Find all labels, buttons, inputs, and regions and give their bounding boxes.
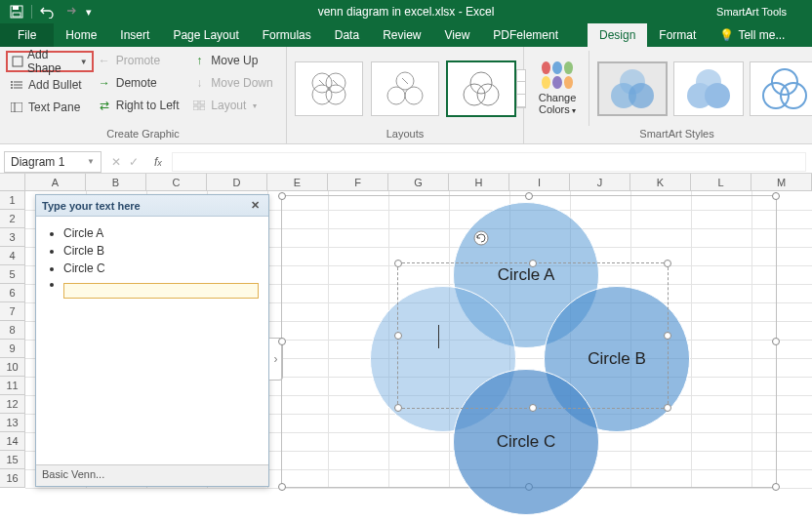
col-header[interactable]: I (509, 174, 570, 190)
col-header[interactable]: L (691, 174, 751, 190)
style-option-2[interactable] (673, 61, 744, 116)
tab-design[interactable]: Design (588, 23, 647, 47)
row-header[interactable]: 3 (0, 228, 25, 247)
col-header[interactable]: M (751, 174, 812, 190)
text-pane-label: Text Pane (28, 100, 80, 114)
row-header[interactable]: 9 (0, 340, 25, 358)
style-option-3[interactable] (750, 61, 812, 116)
col-header[interactable]: H (449, 174, 509, 190)
tab-formulas[interactable]: Formulas (251, 23, 323, 47)
resize-handle[interactable] (394, 260, 402, 267)
resize-handle[interactable] (772, 338, 780, 345)
tab-insert[interactable]: Insert (108, 23, 161, 47)
enter-icon[interactable]: ✓ (129, 155, 139, 169)
smartart-canvas[interactable]: Circle A Circle B Circle C (281, 195, 777, 488)
move-down-button[interactable]: ↓Move Down (188, 73, 280, 93)
qat-customize[interactable]: ▾ (83, 2, 95, 21)
row-header[interactable]: 12 (0, 395, 25, 414)
text-pane-body[interactable]: Circle A Circle B Circle C (36, 217, 268, 464)
resize-handle[interactable] (664, 332, 671, 340)
row-header[interactable]: 13 (0, 414, 25, 432)
layout-gallery-expand[interactable] (516, 69, 526, 108)
resize-handle[interactable] (278, 192, 286, 200)
row-header[interactable]: 15 (0, 451, 25, 469)
tab-review[interactable]: Review (371, 23, 432, 47)
text-pane-item[interactable]: Circle B (63, 242, 259, 260)
redo-button[interactable] (60, 2, 81, 21)
resize-handle[interactable] (529, 404, 537, 412)
resize-handle[interactable] (394, 332, 402, 340)
tab-view[interactable]: View (433, 23, 482, 47)
formula-bar[interactable] (172, 152, 806, 172)
tab-home[interactable]: Home (54, 23, 108, 47)
row-header[interactable]: 8 (0, 321, 25, 340)
resize-handle[interactable] (772, 483, 780, 491)
right-to-left-button[interactable]: ⇄Right to Left (94, 96, 189, 115)
tab-data[interactable]: Data (323, 23, 371, 47)
text-pane-item-selected[interactable] (63, 277, 259, 301)
add-bullet-button[interactable]: Add Bullet (6, 75, 94, 95)
col-header[interactable]: D (207, 174, 267, 190)
col-header[interactable]: E (267, 174, 328, 190)
col-header[interactable]: B (86, 174, 146, 190)
text-pane-item[interactable]: Circle A (63, 224, 259, 242)
demote-button[interactable]: →Demote (94, 73, 189, 93)
move-up-button[interactable]: ↑Move Up (188, 51, 280, 70)
tab-file[interactable]: File (0, 23, 54, 47)
add-shape-button[interactable]: Add Shape ▼ (6, 51, 94, 72)
change-colors-button[interactable]: ChangeColors ▾ (530, 51, 585, 126)
svg-point-24 (405, 87, 423, 104)
col-header[interactable]: A (25, 174, 86, 190)
col-header[interactable]: C (146, 174, 207, 190)
style-option-1[interactable] (597, 61, 668, 116)
resize-handle[interactable] (664, 260, 671, 267)
resize-handle[interactable] (664, 404, 671, 412)
row-header[interactable]: 11 (0, 377, 25, 395)
row-header[interactable]: 5 (0, 265, 25, 284)
resize-handle[interactable] (529, 260, 537, 267)
svg-rect-13 (200, 100, 205, 104)
tab-format[interactable]: Format (647, 23, 708, 47)
col-header[interactable]: K (630, 174, 691, 190)
row-header[interactable]: 6 (0, 284, 25, 302)
text-pane-button[interactable]: Text Pane (6, 98, 94, 117)
name-box[interactable]: Diagram 1 ▼ (4, 151, 102, 173)
fx-label[interactable]: fx (154, 155, 162, 169)
resize-handle[interactable] (525, 192, 533, 200)
promote-button[interactable]: ←Promote (94, 51, 189, 70)
layout-button[interactable]: Layout▾ (188, 96, 280, 115)
layout-option-2[interactable] (371, 61, 439, 116)
tab-pdfelement[interactable]: PDFelement (481, 23, 570, 47)
quick-access-toolbar: ▾ (0, 2, 95, 21)
resize-handle[interactable] (278, 483, 286, 491)
row-header[interactable]: 1 (0, 191, 25, 210)
row-header[interactable]: 16 (0, 469, 25, 488)
row-header[interactable]: 4 (0, 247, 25, 265)
undo-button[interactable] (36, 2, 58, 21)
row-header[interactable]: 2 (0, 210, 25, 228)
tell-me[interactable]: 💡 Tell me... (708, 23, 796, 47)
shape-selection[interactable] (397, 262, 669, 409)
row-header[interactable]: 14 (0, 432, 25, 451)
text-pane-title: Type your text here (42, 200, 141, 212)
close-icon[interactable]: ✕ (247, 198, 263, 214)
tab-page-layout[interactable]: Page Layout (161, 23, 250, 47)
cells-area[interactable]: Type your text here ✕ Circle A Circle B … (25, 191, 812, 488)
cancel-icon[interactable]: ✕ (111, 155, 121, 169)
row-header[interactable]: 7 (0, 302, 25, 321)
text-pane-icon (10, 100, 23, 114)
resize-handle[interactable] (394, 404, 402, 412)
resize-handle[interactable] (278, 338, 286, 345)
resize-handle[interactable] (772, 192, 780, 200)
col-header[interactable]: F (328, 174, 388, 190)
col-header[interactable]: J (570, 174, 630, 190)
col-header[interactable]: G (388, 174, 449, 190)
save-button[interactable] (6, 2, 27, 21)
smartart-text-pane[interactable]: Type your text here ✕ Circle A Circle B … (35, 194, 269, 487)
text-pane-item[interactable]: Circle C (63, 260, 259, 277)
row-header[interactable]: 10 (0, 358, 25, 377)
layout-option-3[interactable] (447, 61, 515, 116)
select-all-corner[interactable] (0, 174, 25, 190)
layout-option-1[interactable] (295, 61, 363, 116)
rotate-handle[interactable] (472, 229, 490, 247)
